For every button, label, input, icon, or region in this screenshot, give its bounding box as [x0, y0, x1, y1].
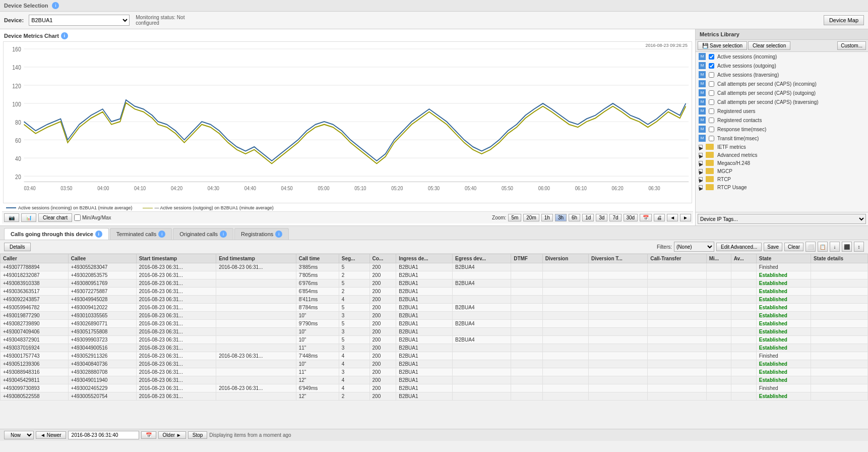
- col-header-state-details[interactable]: State details: [811, 254, 868, 263]
- table-row[interactable]: +493099730893+4930024652292016-08-23 06:…: [1, 384, 868, 392]
- col-header-start-timestamp[interactable]: Start timestamp: [136, 254, 216, 263]
- edit-advanced-button[interactable]: Edit Advanced...: [716, 243, 762, 251]
- details-button[interactable]: Details: [4, 243, 31, 251]
- print-button[interactable]: 🖨: [654, 214, 665, 221]
- table-row[interactable]: +493059946782+4930094120222016-08-23 06:…: [1, 304, 868, 312]
- col-header-seg...[interactable]: Seg...: [339, 254, 369, 263]
- col-header-diversion-t...[interactable]: Diversion T...: [589, 254, 648, 263]
- table-row[interactable]: +493036363517+4930722758872016-08-23 06:…: [1, 288, 868, 296]
- table-wrap[interactable]: CallerCalleeStart timestampEnd timestamp…: [0, 254, 868, 429]
- save-icon: 💾: [702, 43, 708, 48]
- camera-button[interactable]: 📷: [4, 213, 19, 222]
- table-row[interactable]: +493007409406+4930517558082016-08-23 06:…: [1, 328, 868, 336]
- timestamp-input[interactable]: [68, 431, 139, 439]
- clear-filter-button[interactable]: Clear: [784, 243, 803, 251]
- col-header-dtmf[interactable]: DTMF: [511, 254, 543, 263]
- metrics-folder-11[interactable]: ▶Advanced metrics: [696, 151, 868, 159]
- table-icon-3[interactable]: ↓: [830, 242, 840, 252]
- col-header-state[interactable]: State: [756, 254, 811, 263]
- table-row[interactable]: +493082739890+4930268907712016-08-23 06:…: [1, 320, 868, 328]
- tab-registrations[interactable]: Registrations i: [234, 228, 289, 240]
- col-header-egress-dev...[interactable]: Egress dev...: [453, 254, 511, 263]
- stop-button[interactable]: Stop: [188, 431, 208, 439]
- metrics-item-3[interactable]: MCall attempts per second (CAPS) (incomi…: [696, 79, 868, 88]
- col-header-end-timestamp[interactable]: End timestamp: [216, 254, 296, 263]
- nav-forward-button[interactable]: ►: [680, 214, 691, 221]
- device-ip-tags-select[interactable]: Device IP Tags...: [698, 214, 866, 224]
- table-icon-5[interactable]: ↕: [854, 242, 864, 252]
- calendar-button[interactable]: 📅: [640, 214, 652, 221]
- metrics-item-8[interactable]: MResponse time(msec): [696, 125, 868, 134]
- metrics-item-6[interactable]: MRegistered users: [696, 106, 868, 116]
- zoom-5m[interactable]: 5m: [508, 214, 521, 221]
- metrics-save-button[interactable]: 💾 Save selection: [698, 41, 747, 50]
- tab-calls-through[interactable]: Calls going through this device i: [4, 228, 109, 240]
- zoom-30d[interactable]: 30d: [624, 214, 638, 221]
- metrics-item-0[interactable]: MActive sessions (incoming): [696, 52, 868, 61]
- zoom-6h[interactable]: 6h: [569, 214, 580, 221]
- table-row[interactable]: +493045429811+4930490119402016-08-23 06:…: [1, 376, 868, 384]
- table-row[interactable]: +493083910338+4930809517692016-08-23 06:…: [1, 279, 868, 288]
- metrics-item-5[interactable]: MCall attempts per second (CAPS) (traver…: [696, 97, 868, 106]
- col-header-mi...[interactable]: Mi...: [706, 254, 731, 263]
- table-row[interactable]: +493077788894+4930552830472016-08-23 06:…: [1, 263, 868, 271]
- zoom-3h[interactable]: 3h: [555, 214, 567, 221]
- metrics-item-7[interactable]: MRegistered contacts: [696, 116, 868, 125]
- table-cell: 11": [296, 344, 339, 352]
- table-icon-1[interactable]: ⬜: [805, 242, 816, 252]
- min-avg-max-label[interactable]: Min/Avg/Max: [74, 214, 111, 221]
- metrics-folder-15[interactable]: ▶RTCP Usage: [696, 183, 868, 191]
- device-select[interactable]: B2BUA1: [29, 15, 130, 26]
- zoom-1d[interactable]: 1d: [582, 214, 594, 221]
- table-row[interactable]: +493088948316+4930288807082016-08-23 06:…: [1, 368, 868, 376]
- zoom-1h[interactable]: 1h: [541, 214, 553, 221]
- calendar-small-button[interactable]: 📅: [141, 431, 156, 439]
- metrics-folder-10[interactable]: ▶IETF metrics: [696, 143, 868, 151]
- table-row[interactable]: +493018232087+4930208535752016-08-23 06:…: [1, 271, 868, 279]
- svg-text:04:50: 04:50: [281, 185, 293, 191]
- metrics-item-1[interactable]: MActive sessions (outgoing): [696, 61, 868, 70]
- filter-select[interactable]: (None): [674, 242, 714, 252]
- clear-chart-button[interactable]: Clear chart: [38, 213, 72, 222]
- table-cell: +493055283047: [68, 263, 136, 271]
- table-row[interactable]: +493001757743+4930529113262016-08-23 06:…: [1, 352, 868, 360]
- col-header-call-time[interactable]: Call time: [296, 254, 339, 263]
- zoom-3d[interactable]: 3d: [596, 214, 607, 221]
- table-row[interactable]: +493092243857+4930499450282016-08-23 06:…: [1, 296, 868, 304]
- metrics-item-9[interactable]: MTransit time(msec): [696, 134, 868, 143]
- tab-originated-calls[interactable]: Originated calls i: [173, 228, 233, 240]
- col-header-ingress-de...[interactable]: Ingress de...: [396, 254, 453, 263]
- table-row[interactable]: +493019877290+4930103355652016-08-23 06:…: [1, 312, 868, 320]
- table-row[interactable]: +493080522558+4930055207542016-08-23 06:…: [1, 392, 868, 401]
- col-header-callee[interactable]: Callee: [68, 254, 136, 263]
- nav-back-button[interactable]: ◄: [667, 214, 678, 221]
- col-header-av...[interactable]: Av...: [731, 254, 756, 263]
- col-header-call-transfer[interactable]: Call-Transfer: [648, 254, 706, 263]
- export-button[interactable]: 📊: [21, 213, 36, 222]
- table-cell: +493010335565: [68, 312, 136, 320]
- table-icon-2[interactable]: 📋: [818, 242, 828, 252]
- device-map-button[interactable]: Device Map: [824, 15, 864, 25]
- newer-button[interactable]: ◄ Newer: [36, 431, 66, 439]
- metrics-item-4[interactable]: MCall attempts per second (CAPS) (outgoi…: [696, 88, 868, 97]
- now-select[interactable]: Now: [4, 431, 34, 439]
- table-row[interactable]: +493048372901+4930999037232016-08-23 06:…: [1, 336, 868, 344]
- table-icon-4[interactable]: ⬛: [842, 242, 852, 252]
- col-header-caller[interactable]: Caller: [1, 254, 69, 263]
- table-row[interactable]: +493037016924+4930449005162016-08-23 06:…: [1, 344, 868, 352]
- metrics-clear-button[interactable]: Clear selection: [748, 41, 790, 50]
- col-header-co...[interactable]: Co...: [369, 254, 396, 263]
- save-filter-button[interactable]: Save: [764, 243, 782, 251]
- metrics-folder-14[interactable]: ▶RTCP: [696, 175, 868, 183]
- metrics-folder-12[interactable]: ▶Megaco/H.248: [696, 159, 868, 167]
- col-header-diversion[interactable]: Diversion: [542, 254, 588, 263]
- metrics-custom-button[interactable]: Custom...: [837, 41, 866, 50]
- table-row[interactable]: +493051239306+4930408407362016-08-23 06:…: [1, 360, 868, 368]
- zoom-20m[interactable]: 20m: [523, 214, 539, 221]
- zoom-7d[interactable]: 7d: [609, 214, 621, 221]
- metrics-folder-13[interactable]: ▶MGCP: [696, 167, 868, 175]
- older-button[interactable]: Older ►: [158, 431, 186, 439]
- tab-terminated-calls[interactable]: Terminated calls i: [110, 228, 172, 240]
- metrics-item-2[interactable]: MActive sessions (traversing): [696, 70, 868, 79]
- min-avg-max-checkbox[interactable]: [74, 214, 81, 221]
